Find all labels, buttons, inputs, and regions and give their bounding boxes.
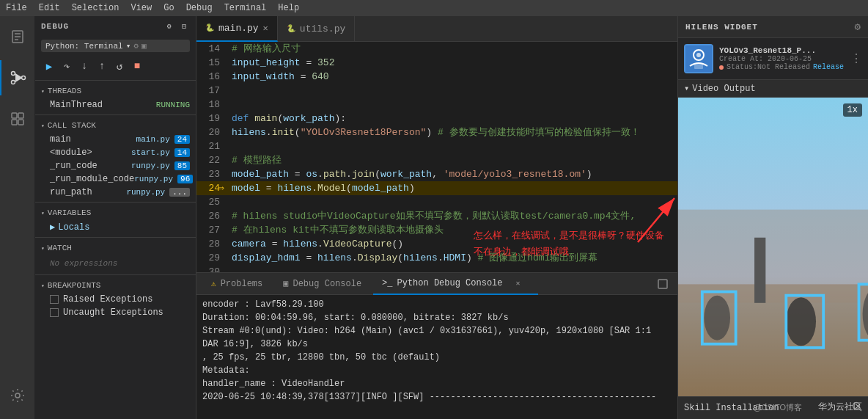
thread-status: RUNNING bbox=[156, 101, 190, 109]
watch-empty: No expressions bbox=[35, 255, 196, 272]
cs-line-2: 85 bbox=[174, 161, 190, 170]
cs-line-3: 96 bbox=[177, 175, 193, 183]
watch-label: WATCH bbox=[48, 244, 72, 252]
python-debug-label: Python Debug Console bbox=[397, 278, 503, 288]
call-stack-label: CALL STACK bbox=[48, 121, 96, 130]
uncaught-exceptions-checkbox[interactable] bbox=[50, 308, 59, 317]
step-into-btn[interactable]: ↓ bbox=[76, 58, 92, 74]
tab-utils-py[interactable]: 🐍 utils.py bbox=[278, 16, 355, 42]
svg-rect-17 bbox=[694, 63, 703, 69]
menu-go[interactable]: Go bbox=[163, 3, 174, 13]
call-stack-module[interactable]: <module> start.py 14 bbox=[35, 146, 196, 159]
menu-edit[interactable]: Edit bbox=[39, 3, 60, 13]
raised-exceptions-item[interactable]: Raised Exceptions bbox=[35, 293, 196, 306]
main-py-icon: 🐍 bbox=[205, 23, 214, 32]
call-stack-run-code[interactable]: _run_code runpy.py 85 bbox=[35, 159, 196, 172]
svg-point-34 bbox=[853, 403, 860, 409]
problems-tab[interactable]: ⚠ Problems bbox=[202, 273, 271, 295]
raised-exceptions-label: Raised Exceptions bbox=[63, 294, 152, 305]
cs-file-1: start.py bbox=[131, 148, 170, 157]
terminal-line-3: , 25 fps, 25 tbr, 12800 tbn, 50 tbc (def… bbox=[202, 351, 672, 364]
svg-rect-22 bbox=[754, 238, 765, 303]
python-debug-close-btn[interactable]: ✕ bbox=[507, 272, 529, 294]
main-py-tab-label: main.py bbox=[218, 23, 259, 34]
menu-view[interactable]: View bbox=[130, 3, 152, 13]
step-over-btn[interactable]: ↷ bbox=[59, 58, 75, 74]
code-line-17: 17 bbox=[196, 84, 677, 98]
main-py-close-btn[interactable]: ✕ bbox=[263, 23, 268, 34]
menu-bar: File Edit Selection View Go Debug Termin… bbox=[0, 0, 868, 16]
model-card: YOLOv3_Resnet18_P... Create At: 2020-06-… bbox=[678, 38, 868, 80]
terminal-line-1: Duration: 00:04:59.96, start: 0.080000, … bbox=[202, 311, 672, 324]
call-stack-section-label[interactable]: ▾ CALL STACK bbox=[35, 118, 196, 133]
breakpoints-section-label[interactable]: ▾ BREAKPOINTS bbox=[35, 278, 196, 293]
menu-help[interactable]: Help bbox=[278, 3, 299, 13]
python-selector[interactable]: Python: Terminal ▾ ⚙ ▣ bbox=[41, 40, 190, 52]
menu-terminal[interactable]: Terminal bbox=[224, 3, 267, 13]
cs-file-3: runpy.py bbox=[134, 175, 173, 183]
collapse-all-btn[interactable]: ⊟ bbox=[178, 21, 190, 32]
skill-search-btn[interactable] bbox=[852, 401, 862, 415]
menu-debug[interactable]: Debug bbox=[186, 3, 213, 13]
problems-tab-label: Problems bbox=[221, 279, 263, 289]
settings-icon[interactable] bbox=[0, 378, 35, 413]
python-debug-console-tab[interactable]: >_ Python Debug Console ✕ bbox=[373, 273, 537, 295]
debug-pointer-icon: ⇒ bbox=[218, 181, 224, 195]
raised-exceptions-checkbox[interactable] bbox=[50, 295, 59, 304]
svg-point-12 bbox=[15, 393, 20, 398]
cs-name-2: _run_code bbox=[50, 161, 98, 171]
code-line-19: 19 def main(work_path): bbox=[196, 112, 677, 125]
code-line-23: 23 model_path = os.path.join(work_path, … bbox=[196, 167, 677, 181]
debug-icon[interactable] bbox=[0, 60, 35, 95]
debug-config-extra[interactable]: ▣ bbox=[141, 41, 147, 51]
code-line-16: 16 input_width = 640 bbox=[196, 70, 677, 84]
cs-file-4: runpy.py bbox=[126, 188, 165, 197]
tab-bar: 🐍 main.py ✕ 🐍 utils.py bbox=[196, 16, 677, 42]
more-options-btn[interactable]: ⋮ bbox=[850, 51, 862, 66]
code-line-29: 29 display_hdmi = hilens.Display(hilens.… bbox=[196, 251, 677, 265]
restart-btn[interactable]: ↺ bbox=[111, 58, 128, 74]
call-stack-main[interactable]: main main.py 24 bbox=[35, 133, 196, 146]
code-line-14: 14 # 网络输入尺寸 bbox=[196, 42, 677, 56]
locals-arrow-icon: ▶ bbox=[50, 222, 55, 233]
menu-selection[interactable]: Selection bbox=[72, 3, 119, 13]
variables-label: VARIABLES bbox=[48, 208, 91, 217]
locals-label: Locals bbox=[58, 222, 89, 233]
video-output-header[interactable]: ▾ Video Output bbox=[678, 80, 868, 98]
variables-section-label[interactable]: ▾ VARIABLES bbox=[35, 205, 196, 220]
debug-console-tab[interactable]: ▣ Debug Console bbox=[274, 273, 370, 295]
threads-arrow-icon: ▾ bbox=[41, 88, 45, 95]
widget-header: HILENS WIDGET ⚙ bbox=[678, 16, 868, 38]
extensions-icon[interactable] bbox=[0, 101, 35, 136]
step-out-btn[interactable]: ↑ bbox=[94, 58, 110, 74]
icon-sidebar bbox=[0, 16, 35, 419]
explorer-icon[interactable] bbox=[0, 19, 35, 54]
tab-main-py[interactable]: 🐍 main.py ✕ bbox=[196, 16, 278, 42]
cs-line-1: 14 bbox=[174, 148, 190, 157]
cs-name-3: _run_module_code bbox=[50, 174, 134, 184]
threads-section-label[interactable]: ▾ THREADS bbox=[35, 84, 196, 98]
locals-item[interactable]: ▶ Locals bbox=[35, 220, 196, 234]
threads-label: THREADS bbox=[48, 87, 81, 95]
svg-point-7 bbox=[21, 76, 25, 80]
widget-settings-btn[interactable]: ⚙ bbox=[855, 21, 861, 33]
stop-btn[interactable]: ■ bbox=[129, 58, 145, 74]
continue-btn[interactable]: ▶ bbox=[41, 58, 57, 74]
debug-config-icon[interactable]: ⚙ bbox=[133, 41, 139, 51]
watch-section-label[interactable]: ▾ WATCH bbox=[35, 241, 196, 255]
video-output-section: ▾ Video Output bbox=[678, 80, 868, 419]
call-stack-run-path[interactable]: run_path runpy.py ... bbox=[35, 186, 196, 199]
settings-config-btn[interactable]: ⚙ bbox=[163, 21, 175, 32]
model-name: YOLOv3_Resnet18_P... bbox=[719, 46, 836, 55]
release-link[interactable]: Release bbox=[813, 63, 844, 71]
call-stack-run-module-code[interactable]: _run_module_code runpy.py 96 bbox=[35, 172, 196, 186]
utils-py-tab-label: utils.py bbox=[300, 23, 345, 34]
terminal-output[interactable]: encoder : Lavf58.29.100 Duration: 00:04:… bbox=[196, 295, 677, 419]
debug-sidebar: DEBUG ⚙ ⊟ Python: Terminal ▾ ⚙ ▣ ▶ ↷ ↓ ↑… bbox=[35, 16, 196, 419]
maximize-panel-btn[interactable] bbox=[654, 275, 672, 293]
model-date: Create At: 2020-06-25 bbox=[719, 55, 845, 63]
code-line-24: 24 ⇒ model = hilens.Model(model_path) bbox=[196, 181, 677, 195]
uncaught-exceptions-item[interactable]: Uncaught Exceptions bbox=[35, 306, 196, 319]
menu-file[interactable]: File bbox=[6, 3, 27, 13]
terminal-line-4: Metadata: bbox=[202, 364, 672, 377]
